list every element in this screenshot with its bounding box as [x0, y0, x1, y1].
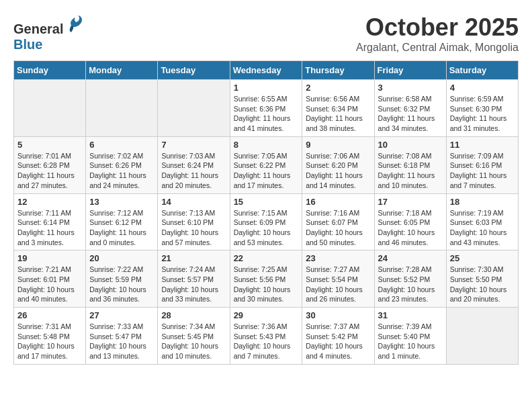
calendar-header-row: SundayMondayTuesdayWednesdayThursdayFrid… [14, 61, 519, 80]
day-number: 29 [234, 310, 299, 320]
calendar-week-4: 19Sunrise: 7:21 AM Sunset: 6:01 PM Dayli… [14, 250, 519, 308]
calendar-week-1: 1Sunrise: 6:55 AM Sunset: 6:36 PM Daylig… [14, 80, 519, 137]
calendar-cell: 29Sunrise: 7:36 AM Sunset: 5:43 PM Dayli… [230, 308, 302, 365]
logo-bird-icon [66, 13, 86, 34]
subtitle: Argalant, Central Aimak, Mongolia [356, 42, 519, 54]
day-number: 28 [161, 310, 226, 320]
calendar-cell: 12Sunrise: 7:11 AM Sunset: 6:14 PM Dayli… [14, 193, 86, 250]
day-number: 3 [378, 83, 443, 93]
calendar-cell: 20Sunrise: 7:22 AM Sunset: 5:59 PM Dayli… [86, 250, 158, 308]
day-number: 27 [89, 310, 154, 320]
day-info: Sunrise: 7:27 AM Sunset: 5:54 PM Dayligh… [306, 265, 370, 304]
day-info: Sunrise: 6:58 AM Sunset: 6:32 PM Dayligh… [378, 94, 443, 134]
calendar-cell: 8Sunrise: 7:05 AM Sunset: 6:22 PM Daylig… [230, 136, 302, 193]
day-number: 8 [234, 140, 299, 150]
calendar-cell: 24Sunrise: 7:28 AM Sunset: 5:52 PM Dayli… [374, 250, 446, 308]
day-info: Sunrise: 7:16 AM Sunset: 6:07 PM Dayligh… [306, 208, 370, 248]
title-area: October 2025 Argalant, Central Aimak, Mo… [356, 13, 519, 54]
calendar-cell: 25Sunrise: 7:30 AM Sunset: 5:50 PM Dayli… [446, 250, 518, 308]
day-number: 26 [17, 310, 82, 320]
day-number: 15 [234, 197, 299, 207]
day-number: 31 [378, 310, 443, 320]
day-info: Sunrise: 7:36 AM Sunset: 5:43 PM Dayligh… [234, 322, 299, 361]
day-number: 16 [306, 197, 370, 207]
day-info: Sunrise: 7:19 AM Sunset: 6:03 PM Dayligh… [450, 208, 515, 248]
day-info: Sunrise: 7:37 AM Sunset: 5:42 PM Dayligh… [306, 322, 370, 361]
day-number: 2 [306, 83, 370, 93]
day-number: 21 [161, 253, 226, 263]
day-info: Sunrise: 7:25 AM Sunset: 5:56 PM Dayligh… [234, 265, 299, 304]
calendar-cell: 28Sunrise: 7:34 AM Sunset: 5:45 PM Dayli… [158, 308, 230, 365]
calendar-week-5: 26Sunrise: 7:31 AM Sunset: 5:48 PM Dayli… [14, 308, 519, 365]
day-info: Sunrise: 7:05 AM Sunset: 6:22 PM Dayligh… [234, 151, 299, 191]
day-info: Sunrise: 7:24 AM Sunset: 5:57 PM Dayligh… [161, 265, 226, 304]
day-number: 7 [161, 140, 226, 150]
column-header-thursday: Thursday [302, 61, 374, 80]
day-number: 9 [306, 140, 370, 150]
day-info: Sunrise: 7:12 AM Sunset: 6:12 PM Dayligh… [89, 208, 154, 248]
column-header-monday: Monday [86, 61, 158, 80]
day-number: 30 [306, 310, 370, 320]
day-info: Sunrise: 6:55 AM Sunset: 6:36 PM Dayligh… [234, 94, 299, 134]
calendar-cell [158, 80, 230, 137]
day-number: 5 [17, 140, 82, 150]
column-header-saturday: Saturday [446, 61, 518, 80]
day-info: Sunrise: 7:18 AM Sunset: 6:05 PM Dayligh… [378, 208, 443, 248]
day-info: Sunrise: 7:33 AM Sunset: 5:47 PM Dayligh… [89, 322, 154, 361]
calendar-cell: 1Sunrise: 6:55 AM Sunset: 6:36 PM Daylig… [230, 80, 302, 137]
calendar-cell: 27Sunrise: 7:33 AM Sunset: 5:47 PM Dayli… [86, 308, 158, 365]
day-number: 17 [378, 197, 443, 207]
calendar-cell: 9Sunrise: 7:06 AM Sunset: 6:20 PM Daylig… [302, 136, 374, 193]
month-title: October 2025 [356, 13, 519, 42]
page-header: General Blue October 2025 Argalant, Cent… [13, 13, 519, 54]
calendar-cell: 30Sunrise: 7:37 AM Sunset: 5:42 PM Dayli… [302, 308, 374, 365]
column-header-tuesday: Tuesday [158, 61, 230, 80]
day-number: 1 [234, 83, 299, 93]
day-info: Sunrise: 7:21 AM Sunset: 6:01 PM Dayligh… [17, 265, 82, 304]
calendar-cell: 3Sunrise: 6:58 AM Sunset: 6:32 PM Daylig… [374, 80, 446, 137]
day-number: 10 [378, 140, 443, 150]
calendar-cell: 10Sunrise: 7:08 AM Sunset: 6:18 PM Dayli… [374, 136, 446, 193]
calendar-cell: 18Sunrise: 7:19 AM Sunset: 6:03 PM Dayli… [446, 193, 518, 250]
day-info: Sunrise: 7:15 AM Sunset: 6:09 PM Dayligh… [234, 208, 299, 248]
calendar-cell [446, 308, 518, 365]
calendar-cell: 19Sunrise: 7:21 AM Sunset: 6:01 PM Dayli… [14, 250, 86, 308]
logo-blue: Blue [13, 37, 86, 52]
day-info: Sunrise: 6:59 AM Sunset: 6:30 PM Dayligh… [450, 94, 515, 134]
day-info: Sunrise: 7:22 AM Sunset: 5:59 PM Dayligh… [89, 265, 154, 304]
logo-general: General [13, 13, 86, 37]
day-number: 6 [89, 140, 154, 150]
calendar-cell: 22Sunrise: 7:25 AM Sunset: 5:56 PM Dayli… [230, 250, 302, 308]
day-info: Sunrise: 7:34 AM Sunset: 5:45 PM Dayligh… [161, 322, 226, 361]
calendar-cell: 14Sunrise: 7:13 AM Sunset: 6:10 PM Dayli… [158, 193, 230, 250]
calendar-cell [14, 80, 86, 137]
day-info: Sunrise: 6:56 AM Sunset: 6:34 PM Dayligh… [306, 94, 370, 134]
calendar-week-3: 12Sunrise: 7:11 AM Sunset: 6:14 PM Dayli… [14, 193, 519, 250]
calendar-cell: 15Sunrise: 7:15 AM Sunset: 6:09 PM Dayli… [230, 193, 302, 250]
calendar-table: SundayMondayTuesdayWednesdayThursdayFrid… [13, 60, 519, 365]
day-number: 18 [450, 197, 515, 207]
day-info: Sunrise: 7:06 AM Sunset: 6:20 PM Dayligh… [306, 151, 370, 191]
calendar-cell: 26Sunrise: 7:31 AM Sunset: 5:48 PM Dayli… [14, 308, 86, 365]
day-info: Sunrise: 7:31 AM Sunset: 5:48 PM Dayligh… [17, 322, 82, 361]
day-number: 24 [378, 253, 443, 263]
column-header-sunday: Sunday [14, 61, 86, 80]
day-info: Sunrise: 7:30 AM Sunset: 5:50 PM Dayligh… [450, 265, 515, 304]
calendar-cell: 23Sunrise: 7:27 AM Sunset: 5:54 PM Dayli… [302, 250, 374, 308]
calendar-cell: 31Sunrise: 7:39 AM Sunset: 5:40 PM Dayli… [374, 308, 446, 365]
calendar-cell: 4Sunrise: 6:59 AM Sunset: 6:30 PM Daylig… [446, 80, 518, 137]
day-info: Sunrise: 7:28 AM Sunset: 5:52 PM Dayligh… [378, 265, 443, 304]
calendar-cell: 21Sunrise: 7:24 AM Sunset: 5:57 PM Dayli… [158, 250, 230, 308]
day-info: Sunrise: 7:39 AM Sunset: 5:40 PM Dayligh… [378, 322, 443, 361]
day-number: 20 [89, 253, 154, 263]
logo-text-general: General [13, 21, 63, 36]
day-number: 23 [306, 253, 370, 263]
day-info: Sunrise: 7:09 AM Sunset: 6:16 PM Dayligh… [450, 151, 515, 191]
day-info: Sunrise: 7:08 AM Sunset: 6:18 PM Dayligh… [378, 151, 443, 191]
calendar-cell: 16Sunrise: 7:16 AM Sunset: 6:07 PM Dayli… [302, 193, 374, 250]
day-number: 13 [89, 197, 154, 207]
calendar-cell: 13Sunrise: 7:12 AM Sunset: 6:12 PM Dayli… [86, 193, 158, 250]
column-header-friday: Friday [374, 61, 446, 80]
logo: General Blue [13, 13, 86, 52]
day-info: Sunrise: 7:01 AM Sunset: 6:28 PM Dayligh… [17, 151, 82, 191]
